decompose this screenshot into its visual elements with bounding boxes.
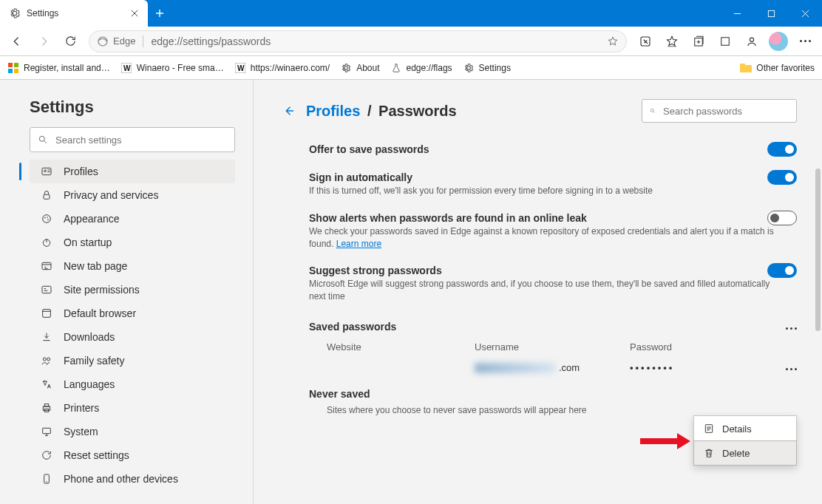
sidebar-item-label: Family safety (64, 355, 124, 367)
more-icon (786, 327, 797, 330)
scrollbar-thumb[interactable] (815, 168, 821, 331)
svg-rect-15 (740, 64, 745, 67)
search-settings-input[interactable] (30, 127, 235, 152)
toggle-leak-alerts[interactable] (767, 211, 797, 225)
profile-button[interactable] (766, 30, 791, 53)
password-row-more-button[interactable] (786, 361, 797, 372)
collections-button[interactable] (686, 30, 711, 53)
sidebar-item-system[interactable]: System (30, 420, 235, 443)
sidebar-item-default[interactable]: Default browser (30, 302, 235, 325)
bookmark-label: Settings (479, 63, 511, 73)
toggle-suggest-strong[interactable] (767, 263, 797, 278)
menu-item-delete[interactable]: Delete (693, 440, 797, 466)
bookmark-item[interactable]: Register, install and… (7, 62, 110, 74)
sidebar-item-family[interactable]: Family safety (30, 349, 235, 372)
sidebar-item-phone[interactable]: Phone and other devices (30, 467, 235, 491)
bookmark-item[interactable]: WWinaero - Free sma… (120, 62, 224, 74)
password-row[interactable]: .com •••••••• (282, 355, 797, 381)
svg-point-20 (43, 215, 51, 223)
section-title: Never saved (309, 388, 370, 400)
sidebar-item-languages[interactable]: Languages (30, 372, 235, 396)
sidebar-item-label: Privacy and services (64, 189, 158, 201)
search-settings-field[interactable] (54, 134, 227, 146)
setting-description: If this is turned off, we'll ask you for… (309, 185, 782, 197)
menu-item-details[interactable]: Details (694, 416, 796, 441)
setting-signin-auto: Sign in automatically If this is turned … (282, 167, 797, 208)
bookmark-item[interactable]: edge://flags (390, 62, 452, 74)
svg-rect-27 (43, 310, 51, 318)
favorites-button[interactable] (659, 30, 685, 53)
languages-icon (40, 378, 53, 390)
settings-nav: Profiles Privacy and services Appearance… (30, 160, 235, 491)
context-menu: Details Delete (693, 415, 797, 466)
reset-icon (40, 449, 53, 461)
more-icon (800, 40, 811, 42)
sidebar-item-newtab[interactable]: New tab page (30, 254, 235, 278)
extensions-button[interactable] (713, 30, 738, 53)
window-minimize-button[interactable] (720, 0, 754, 27)
sidebar-item-privacy[interactable]: Privacy and services (30, 183, 235, 207)
sidebar-item-label: Reset settings (64, 449, 129, 461)
window-close-button[interactable] (788, 0, 822, 27)
lock-icon (40, 189, 53, 201)
close-icon[interactable] (129, 7, 140, 19)
svg-text:W: W (237, 64, 245, 72)
svg-rect-6 (8, 63, 13, 67)
breadcrumb-root[interactable]: Profiles (306, 103, 360, 119)
menu-button[interactable] (792, 30, 818, 53)
menu-label: Delete (722, 448, 750, 459)
sidebar-item-label: System (64, 426, 98, 437)
sidebar-item-printers[interactable]: Printers (30, 396, 235, 420)
address-bar[interactable]: Edge edge://settings/passwords (89, 30, 627, 52)
svg-point-18 (44, 170, 47, 172)
svg-rect-8 (8, 69, 13, 73)
bookmark-item[interactable]: Whttps://winaero.com/ (234, 62, 330, 74)
search-icon (38, 134, 48, 145)
download-icon (40, 331, 53, 343)
bookmark-item[interactable]: About (340, 62, 379, 74)
learn-more-link[interactable]: Learn more (336, 239, 381, 249)
saved-passwords-more-button[interactable] (786, 321, 797, 332)
sidebar-item-permissions[interactable]: Site permissions (30, 278, 235, 302)
sidebar-item-reset[interactable]: Reset settings (30, 443, 235, 467)
winaero-icon: W (120, 62, 132, 74)
window-maximize-button[interactable] (754, 0, 788, 27)
setting-offer-save: Offer to save passwords (282, 139, 797, 167)
back-arrow-button[interactable] (282, 104, 296, 118)
sidebar-item-appearance[interactable]: Appearance (30, 207, 235, 231)
trash-icon (703, 447, 715, 459)
toggle-offer-save[interactable] (767, 142, 797, 157)
svg-point-1 (98, 37, 107, 46)
folder-icon (740, 62, 752, 74)
password-table-header: Website Username Password (282, 337, 797, 355)
setting-title: Suggest strong passwords (309, 265, 797, 276)
sidebar-item-startup[interactable]: On startup (30, 231, 235, 254)
search-passwords-field[interactable] (662, 105, 789, 118)
bookmark-item[interactable]: Settings (463, 62, 511, 74)
feedback-button[interactable] (739, 30, 764, 53)
svg-rect-7 (14, 63, 18, 67)
never-saved-section: Never saved (282, 381, 797, 404)
nav-back-button[interactable] (4, 30, 30, 53)
toggle-signin-auto[interactable] (767, 170, 797, 185)
tracking-prevention-icon[interactable] (633, 30, 658, 53)
permissions-icon (40, 284, 53, 296)
browser-tab[interactable]: Settings (0, 0, 148, 27)
separator (143, 35, 143, 47)
sidebar-item-downloads[interactable]: Downloads (30, 325, 235, 349)
nav-refresh-button[interactable] (58, 30, 83, 53)
svg-point-28 (43, 358, 46, 361)
printer-icon (40, 402, 53, 414)
other-favorites-button[interactable]: Other favorites (740, 62, 815, 74)
setting-title: Show alerts when passwords are found in … (309, 212, 797, 224)
search-passwords-input[interactable] (642, 99, 797, 123)
family-icon (40, 355, 53, 367)
new-tab-button[interactable] (148, 0, 171, 27)
phone-icon (40, 473, 53, 485)
favorite-star-icon[interactable] (607, 35, 619, 47)
system-icon (40, 426, 53, 437)
sidebar-item-profiles[interactable]: Profiles (30, 160, 235, 183)
svg-rect-31 (44, 404, 48, 406)
nav-forward-button[interactable] (31, 30, 56, 53)
bookmark-label: About (356, 63, 379, 73)
